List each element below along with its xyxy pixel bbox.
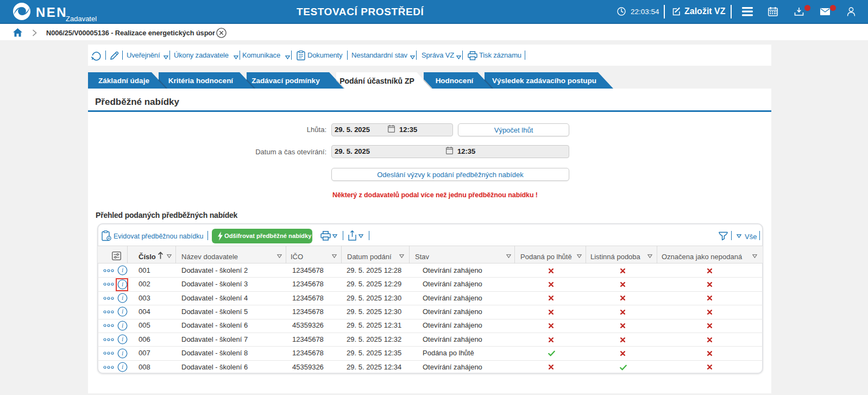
svg-text:i: i <box>122 363 123 370</box>
svg-text:i: i <box>122 294 123 301</box>
svg-text:Hodnocení: Hodnocení <box>436 77 474 85</box>
svg-text:i: i <box>122 309 123 315</box>
svg-text:Základní údaje: Základní údaje <box>98 77 149 85</box>
svg-text:Výsledek zadávacího postupu: Výsledek zadávacího postupu <box>492 77 596 85</box>
svg-text:i: i <box>122 350 123 356</box>
svg-text:Podání účastníků ZP: Podání účastníků ZP <box>339 77 414 85</box>
svg-text:Zadávací podmínky: Zadávací podmínky <box>251 77 320 85</box>
svg-text:i: i <box>122 322 123 329</box>
svg-text:i: i <box>122 336 123 342</box>
svg-text:i: i <box>122 267 123 273</box>
svg-text:Kritéria hodnocení: Kritéria hodnocení <box>168 77 234 85</box>
